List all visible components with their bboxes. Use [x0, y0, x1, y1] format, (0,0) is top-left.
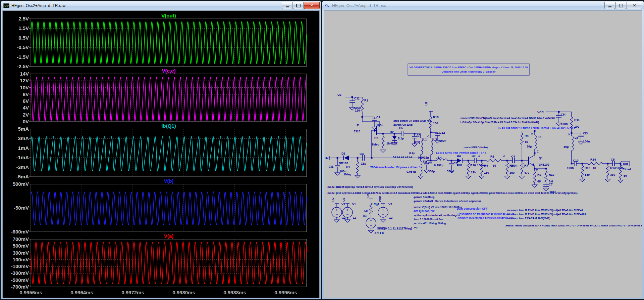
schematic-label: Uv	[331, 198, 335, 202]
y-tick-label: -2.5V	[17, 63, 29, 69]
schematic-label: 15p	[361, 162, 366, 165]
schematic-label: a	[477, 155, 480, 157]
schematic-label: .param Fo=7Meg	[413, 196, 434, 199]
junction-node	[430, 160, 432, 162]
junction-node	[468, 160, 469, 162]
ground	[418, 176, 423, 179]
schematic-label: V4	[363, 215, 367, 218]
pane-title: V(c,e)	[162, 68, 176, 74]
phase-dot	[531, 133, 533, 134]
junction-node	[352, 96, 353, 98]
schematic-label: ;ac dec 401 10Meg 20Meg	[413, 222, 446, 225]
ground	[380, 220, 386, 222]
schematic-label: .model BB105 D(Is=1p Rs=1.5 Bv=15 Ibv=10…	[327, 185, 413, 188]
schematic-label: {Cx}	[414, 140, 420, 144]
window-title: HFgen_Osc2+Amp_d_TR.asc	[332, 3, 386, 8]
y-tick-label: 4V	[23, 105, 29, 111]
y-tick-label: -50mV	[14, 205, 29, 211]
y-tick-label: 300mV	[13, 250, 29, 256]
schematic-titlebar[interactable]: HFgen_Osc2+Amp_d_TR.asc ✕	[322, 1, 644, 10]
inductor	[431, 138, 433, 155]
schematic-label: .step param Cx 185p 230p 78p	[393, 119, 431, 122]
minimize-icon	[286, 6, 289, 7]
y-tick-label: 10V	[20, 85, 29, 90]
schematic-label: D1	[341, 152, 345, 155]
schematic-label: 100	[574, 125, 579, 128]
ground	[380, 150, 386, 153]
schematic-label: C12	[439, 131, 445, 134]
wire	[382, 136, 384, 148]
schematic-label: C2	[428, 162, 432, 165]
junction-node	[357, 157, 359, 159]
schematic-label: 100n	[583, 140, 590, 143]
schematic-label: U2	[342, 198, 345, 202]
trace-V(b)	[31, 192, 307, 225]
maximize-icon	[619, 4, 623, 7]
schematic-label: L5	[575, 136, 578, 139]
close-button[interactable]: ✕	[304, 2, 320, 9]
schematic-label: 12	[389, 216, 392, 219]
schematic-label: 100n	[511, 164, 518, 167]
junction-node	[337, 157, 338, 159]
x-tick-label: 0.9996ms	[274, 290, 297, 295]
schematic-label: R9	[537, 173, 541, 176]
schematic-label: .measure tran f2 FIND time WHEN V(out)=0…	[506, 213, 586, 216]
minimize-icon	[608, 6, 611, 7]
schematic-label: 1Meg	[343, 173, 351, 176]
schematic-label: J1	[356, 124, 360, 127]
schematic-label: SINE(0 0.1 11.91227Meg)	[377, 227, 412, 230]
maximize-button[interactable]	[293, 2, 304, 9]
close-button[interactable]: ✕	[627, 2, 642, 9]
schematic-label: 1k	[525, 140, 528, 144]
junction-node	[382, 133, 384, 135]
minimize-button[interactable]	[282, 2, 292, 9]
close-icon: ✕	[633, 4, 636, 7]
pane-title: Ib(Q1)	[161, 123, 176, 129]
waveform-titlebar[interactable]: HFgen_Osc2+Amp_d_TR.raw ✕	[1, 1, 321, 10]
wire	[545, 171, 547, 182]
diode	[344, 156, 349, 160]
junction-node	[545, 168, 547, 170]
schematic-label: 100n	[567, 166, 574, 170]
pane-frame	[31, 184, 307, 232]
wire	[467, 163, 470, 174]
schematic-canvas-area[interactable]: HF GENERATOR 3 - 30MHz F5EOZ from F8FEO …	[324, 10, 642, 298]
ground	[504, 176, 510, 179]
schematic-label: 50	[364, 209, 368, 213]
y-tick-label: -700mV	[11, 284, 29, 290]
junction-node	[534, 130, 536, 132]
schematic-label: R13	[610, 166, 616, 170]
schematic-label: T50-6 Iron Powder 15t prise à 4t lien 1t	[370, 166, 422, 169]
schematic-label: 100n	[616, 166, 623, 170]
y-tick-label: 5mA	[18, 126, 29, 132]
ground	[355, 175, 360, 178]
junction-node	[362, 116, 363, 118]
wire	[486, 159, 502, 162]
schematic-label: 100n	[477, 164, 484, 167]
y-tick-label: -0.5V	[17, 44, 29, 50]
schematic-label: 68	[537, 180, 541, 183]
schematic-label: 50	[624, 174, 627, 177]
schematic-label: L3	[433, 138, 437, 141]
junction-node	[534, 153, 536, 154]
junction-node	[371, 157, 373, 159]
schematic-label: C3	[417, 134, 421, 137]
schematic-label: .MEAS TRAN Voutpeak MAX V(out) TRIG V(ou…	[505, 224, 642, 227]
ground	[519, 176, 525, 179]
inductor	[572, 136, 574, 151]
title-box-line1: HF GENERATOR 3 - 30MHz F5EOZ from F8FEO …	[410, 66, 528, 69]
waveform-plot-area[interactable]: V(out)2.5V1.5V0.5V-0.5V-1.5V-2.5VV(c,e)1…	[2, 10, 320, 298]
schematic-label: e	[535, 169, 538, 171]
schematic-label: R4	[484, 164, 488, 167]
schematic-label: C7	[549, 183, 553, 186]
schematic-label: U2	[337, 93, 341, 96]
schematic-label: 330	[585, 173, 590, 176]
minimize-button[interactable]	[604, 2, 615, 9]
inductor	[535, 135, 536, 149]
phase-dot	[568, 134, 570, 135]
junction-node	[430, 132, 432, 133]
wire	[581, 166, 584, 177]
maximize-icon	[296, 4, 301, 7]
x-tick-label: 0.9956ms	[19, 290, 42, 295]
maximize-button[interactable]	[615, 2, 626, 9]
